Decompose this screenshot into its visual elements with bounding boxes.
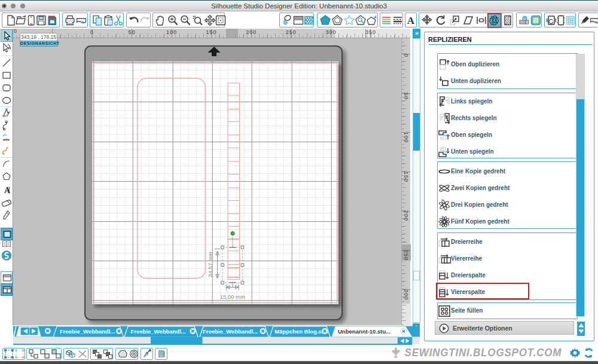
svg-text:Freebie_Webbandl...: Freebie_Webbandl... (60, 328, 115, 335)
svg-text:Freebie_Webbandl...: Freebie_Webbandl... (203, 328, 258, 335)
svg-text:A: A (407, 15, 415, 26)
svg-text:Unbenannt-10.stu...: Unbenannt-10.stu... (338, 328, 390, 335)
svg-text:Freebie_Webbandl...: Freebie_Webbandl... (131, 328, 186, 335)
svg-text:34,57 mm: 34,57 mm (206, 252, 213, 277)
svg-text:15,00 mm: 15,00 mm (219, 293, 245, 300)
svg-text:Mäppchen Blog.st...: Mäppchen Blog.st... (274, 328, 328, 335)
